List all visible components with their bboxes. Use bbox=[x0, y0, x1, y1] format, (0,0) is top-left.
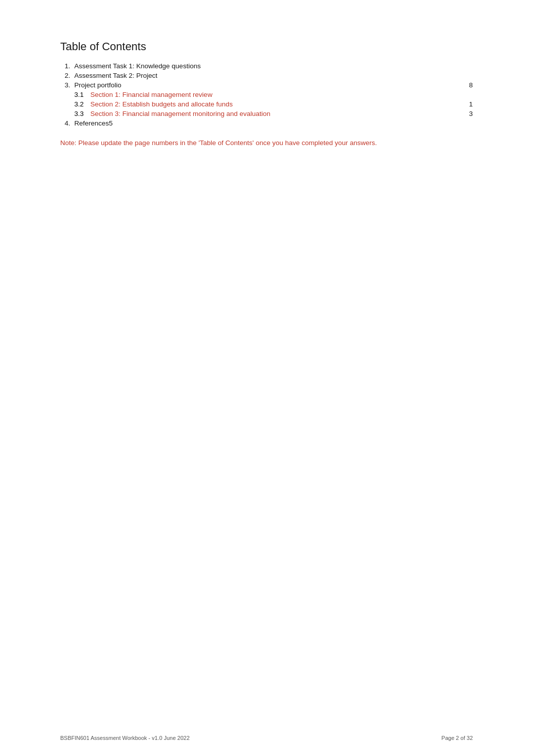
toc-subitem-3-1-number: 3.1 bbox=[60, 91, 90, 98]
toc-subitem-3-3-label[interactable]: Section 3: Financial management monitori… bbox=[90, 110, 458, 117]
toc-list: 1. Assessment Task 1: Knowledge question… bbox=[60, 62, 473, 127]
toc-item-1-number: 1. bbox=[60, 62, 74, 70]
toc-subitem-3-2-label[interactable]: Section 2: Establish budgets and allocat… bbox=[90, 100, 458, 108]
toc-subitem-3-2: 3.2 Section 2: Establish budgets and all… bbox=[60, 100, 473, 108]
toc-item-3-number: 3. bbox=[60, 81, 74, 89]
toc-subitem-3-3: 3.3 Section 3: Financial management moni… bbox=[60, 110, 473, 117]
toc-subitem-3-2-page: 1 bbox=[458, 100, 473, 108]
footer: BSBFIN601 Assessment Workbook - v1.0 Jun… bbox=[0, 735, 533, 741]
page: Table of Contents 1. Assessment Task 1: … bbox=[0, 0, 533, 756]
toc-item-2: 2. Assessment Task 2: Project bbox=[60, 72, 473, 79]
toc-item-2-label: Assessment Task 2: Project bbox=[74, 72, 458, 79]
toc-item-1-label: Assessment Task 1: Knowledge questions bbox=[74, 62, 458, 70]
toc-item-3: 3. Project portfolio 8 3.1 Section 1: Fi… bbox=[60, 81, 473, 117]
toc-item-3-label: Project portfolio bbox=[74, 81, 458, 89]
toc-item-4: 4. References5 bbox=[60, 119, 473, 127]
toc-item-2-number: 2. bbox=[60, 72, 74, 79]
toc-item-1: 1. Assessment Task 1: Knowledge question… bbox=[60, 62, 473, 70]
toc-subitem-3-2-number: 3.2 bbox=[60, 100, 90, 108]
toc-subitem-3-3-page: 3 bbox=[458, 110, 473, 117]
toc-item-4-number: 4. bbox=[60, 119, 74, 127]
footer-right: Page 2 of 32 bbox=[442, 735, 473, 741]
toc-subitem-3-1: 3.1 Section 1: Financial management revi… bbox=[60, 91, 473, 98]
toc-note: Note: Please update the page numbers in … bbox=[60, 138, 473, 148]
toc-item-3-page: 8 bbox=[458, 81, 473, 89]
toc-heading: Table of Contents bbox=[60, 40, 473, 53]
toc-item-4-label: References5 bbox=[74, 119, 458, 127]
toc-subitem-3-3-number: 3.3 bbox=[60, 110, 90, 117]
toc-subitem-3-1-label[interactable]: Section 1: Financial management review bbox=[90, 91, 458, 98]
toc-sub-list: 3.1 Section 1: Financial management revi… bbox=[60, 91, 473, 117]
footer-left: BSBFIN601 Assessment Workbook - v1.0 Jun… bbox=[60, 735, 190, 741]
